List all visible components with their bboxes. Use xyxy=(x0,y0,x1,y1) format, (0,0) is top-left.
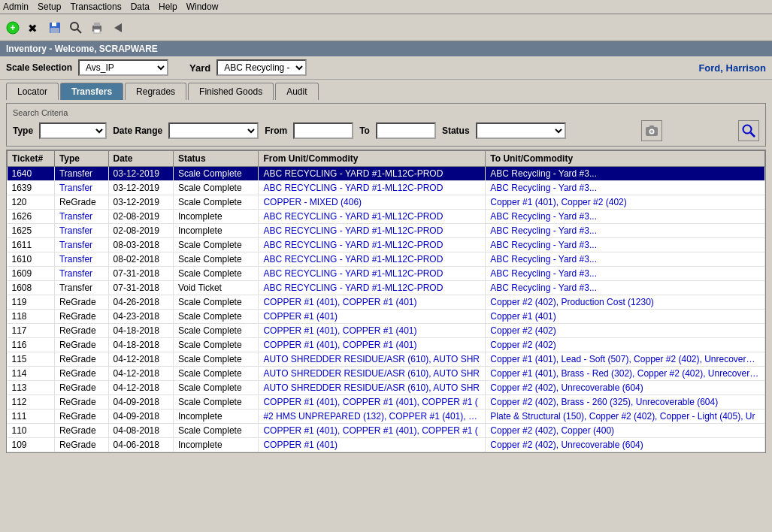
yard-select[interactable]: ABC Recycling - Yard #1-ML12C-PROD xyxy=(216,59,307,76)
cell-from[interactable]: ABC RECYCLING - YARD #1-ML12C-PROD xyxy=(259,210,486,224)
table-row[interactable]: 111ReGrade04-09-2018Incomplete#2 HMS UNP… xyxy=(8,410,765,424)
cell-to[interactable]: Copper #1 (401), Copper #2 (402) xyxy=(486,195,765,210)
cell-from[interactable]: ABC RECYCLING - YARD #1-ML12C-PROD xyxy=(259,224,486,238)
cell-type[interactable]: Transfer xyxy=(54,252,108,267)
table-row[interactable]: 1639Transfer03-12-2019Scale CompleteABC … xyxy=(8,181,765,195)
cell-from[interactable]: AUTO SHREDDER RESIDUE/ASR (610), AUTO SH… xyxy=(259,381,486,395)
cell-from[interactable]: AUTO SHREDDER RESIDUE/ASR (610), AUTO SH… xyxy=(259,367,486,381)
table-row[interactable]: 1640Transfer03-12-2019Scale CompleteABC … xyxy=(8,167,765,181)
cell-to[interactable]: Copper #2 (402), Copper (400) xyxy=(486,424,765,438)
table-row[interactable]: 1626Transfer02-08-2019IncompleteABC RECY… xyxy=(8,210,765,224)
menu-admin[interactable]: Admin xyxy=(3,2,29,12)
cell-from[interactable]: ABC RECYCLING - YARD #1-ML12C-PROD xyxy=(259,181,486,195)
delete-button[interactable]: ✖ xyxy=(26,20,42,36)
cell-type[interactable]: Transfer xyxy=(54,181,108,195)
table-row[interactable]: 117ReGrade04-18-2018Scale CompleteCOPPER… xyxy=(8,324,765,338)
table-row[interactable]: 109ReGrade04-06-2018IncompleteCOPPER #1 … xyxy=(8,438,765,452)
table-row[interactable]: 1609Transfer07-31-2018Scale CompleteABC … xyxy=(8,267,765,281)
cell-from[interactable]: ABC RECYCLING - YARD #1-ML12C-PROD xyxy=(259,238,486,252)
cell-from[interactable]: COPPER #1 (401), COPPER #1 (401), COPPER… xyxy=(259,424,486,438)
cell-to[interactable]: ABC Recycling - Yard #3... xyxy=(486,267,765,281)
status-select[interactable] xyxy=(476,122,566,139)
tab-regrades[interactable]: Regrades xyxy=(125,83,186,100)
cell-to[interactable]: ABC Recycling - Yard #3... xyxy=(486,167,765,181)
cell-to[interactable]: Copper #2 (402) xyxy=(486,324,765,338)
cell-type[interactable]: Transfer xyxy=(54,267,108,281)
cell-status: Scale Complete xyxy=(173,395,258,410)
table-row[interactable]: 114ReGrade04-12-2018Scale CompleteAUTO S… xyxy=(8,367,765,381)
cell-to[interactable]: Copper #2 (402), Unrecoverable (604) xyxy=(486,438,765,452)
cell-to[interactable]: Copper #2 (402) xyxy=(486,338,765,352)
scale-select[interactable]: Avs_IP xyxy=(78,59,168,76)
cell-from[interactable]: #2 HMS UNPREPARED (132), COPPER #1 (401)… xyxy=(259,410,486,424)
menu-setup[interactable]: Setup xyxy=(38,2,61,12)
table-row[interactable]: 116ReGrade04-18-2018Scale CompleteCOPPER… xyxy=(8,338,765,352)
cell-to[interactable]: ABC Recycling - Yard #3... xyxy=(486,252,765,267)
menu-transactions[interactable]: Transactions xyxy=(70,2,121,12)
cell-to[interactable]: Copper #2 (402), Production Cost (1230) xyxy=(486,295,765,310)
menu-window[interactable]: Window xyxy=(186,2,219,12)
table-row[interactable]: 115ReGrade04-12-2018Scale CompleteAUTO S… xyxy=(8,352,765,367)
menu-help[interactable]: Help xyxy=(159,2,177,12)
to-input[interactable] xyxy=(376,122,436,139)
cell-from[interactable]: COPPER #1 (401) xyxy=(259,310,486,324)
table-row[interactable]: 1610Transfer08-02-2018Scale CompleteABC … xyxy=(8,252,765,267)
cell-type[interactable]: Transfer xyxy=(54,210,108,224)
table-row[interactable]: 112ReGrade04-09-2018Scale CompleteCOPPER… xyxy=(8,395,765,410)
search-icon-button[interactable] xyxy=(738,120,759,141)
table-row[interactable]: 1608Transfer07-31-2018Void TicketABC REC… xyxy=(8,281,765,295)
cell-from[interactable]: COPPER #1 (401), COPPER #1 (401) xyxy=(259,338,486,352)
cell-to[interactable]: ABC Recycling - Yard #3... xyxy=(486,238,765,252)
cell-from[interactable]: COPPER #1 (401) xyxy=(259,438,486,452)
cell-type[interactable]: Transfer xyxy=(54,224,108,238)
cell-to[interactable]: Copper #2 (402), Unrecoverable (604) xyxy=(486,381,765,395)
cell-to[interactable]: ABC Recycling - Yard #3... xyxy=(486,281,765,295)
cell-from[interactable]: AUTO SHREDDER RESIDUE/ASR (610), AUTO SH… xyxy=(259,352,486,367)
cell-type: ReGrade xyxy=(54,338,108,352)
back-button[interactable] xyxy=(110,20,126,36)
cell-from[interactable]: COPPER #1 (401), COPPER #1 (401) xyxy=(259,295,486,310)
cell-date: 07-31-2018 xyxy=(108,281,173,295)
table-row[interactable]: 1625Transfer02-08-2019IncompleteABC RECY… xyxy=(8,224,765,238)
photo-icon-button[interactable] xyxy=(641,120,662,141)
cell-type[interactable]: Transfer xyxy=(54,167,108,181)
cell-to[interactable]: ABC Recycling - Yard #3... xyxy=(486,224,765,238)
cell-from[interactable]: ABC RECYCLING - YARD #1-ML12C-PROD xyxy=(259,281,486,295)
find-button[interactable] xyxy=(68,20,84,36)
table-row[interactable]: 110ReGrade04-08-2018Scale CompleteCOPPER… xyxy=(8,424,765,438)
date-range-select[interactable] xyxy=(168,122,259,139)
cell-from[interactable]: COPPER #1 (401), COPPER #1 (401) xyxy=(259,324,486,338)
cell-from[interactable]: COPPER #1 (401), COPPER #1 (401), COPPER… xyxy=(259,395,486,410)
cell-to[interactable]: ABC Recycling - Yard #3... xyxy=(486,210,765,224)
print-button[interactable] xyxy=(89,20,105,36)
new-button[interactable]: + xyxy=(5,20,21,36)
tab-transfers[interactable]: Transfers xyxy=(60,83,123,100)
cell-date: 08-02-2018 xyxy=(108,252,173,267)
type-select[interactable] xyxy=(39,122,107,139)
cell-date: 03-12-2019 xyxy=(108,167,173,181)
table-row[interactable]: 1611Transfer08-03-2018Scale CompleteABC … xyxy=(8,238,765,252)
cell-to[interactable]: Copper #2 (402), Brass - 260 (325), Unre… xyxy=(486,395,765,410)
from-input[interactable] xyxy=(293,122,353,139)
cell-from[interactable]: ABC RECYCLING - YARD #1-ML12C-PROD xyxy=(259,167,486,181)
table-scroll[interactable]: Ticket# Type Date Status From Unit/Commo… xyxy=(7,150,765,452)
cell-type[interactable]: Transfer xyxy=(54,238,108,252)
table-row[interactable]: 120ReGrade03-12-2019Scale CompleteCOPPER… xyxy=(8,195,765,210)
cell-to[interactable]: Copper #1 (401), Lead - Soft (507), Copp… xyxy=(486,352,765,367)
table-row[interactable]: 119ReGrade04-26-2018Scale CompleteCOPPER… xyxy=(8,295,765,310)
table-row[interactable]: 118ReGrade04-23-2018Scale CompleteCOPPER… xyxy=(8,310,765,324)
cell-to[interactable]: Copper #1 (401) xyxy=(486,310,765,324)
svg-line-7 xyxy=(77,29,81,33)
save-button[interactable] xyxy=(47,20,63,36)
cell-to[interactable]: Copper #1 (401), Brass - Red (302), Copp… xyxy=(486,367,765,381)
cell-from[interactable]: COPPER - MIXED (406) xyxy=(259,195,486,210)
cell-to[interactable]: ABC Recycling - Yard #3... xyxy=(486,181,765,195)
tab-audit[interactable]: Audit xyxy=(275,83,318,100)
cell-from[interactable]: ABC RECYCLING - YARD #1-ML12C-PROD xyxy=(259,252,486,267)
cell-from[interactable]: ABC RECYCLING - YARD #1-ML12C-PROD xyxy=(259,267,486,281)
tab-finished-goods[interactable]: Finished Goods xyxy=(188,83,274,100)
cell-to[interactable]: Plate & Structural (150), Copper #2 (402… xyxy=(486,410,765,424)
table-row[interactable]: 113ReGrade04-12-2018Scale CompleteAUTO S… xyxy=(8,381,765,395)
tab-locator[interactable]: Locator xyxy=(6,83,59,100)
menu-data[interactable]: Data xyxy=(131,2,150,12)
